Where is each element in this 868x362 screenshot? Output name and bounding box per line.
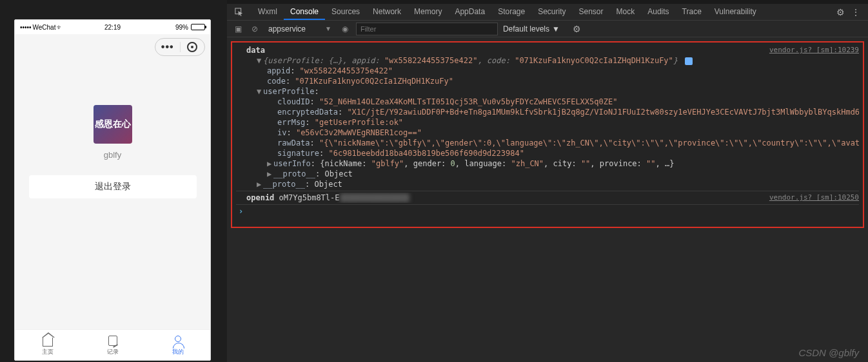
battery-percent: 99% xyxy=(175,24,188,31)
chevron-down-icon: ▼ xyxy=(325,25,331,32)
tab-mine[interactable]: 我的 xyxy=(145,330,210,360)
tab-storage[interactable]: Storage xyxy=(491,5,531,20)
menu-dots-icon[interactable]: ••• xyxy=(155,41,180,53)
page-content: 感恩在心 gblfy 退出登录 xyxy=(15,34,210,329)
tab-record[interactable]: 记录 xyxy=(80,330,145,360)
tab-sources[interactable]: Sources xyxy=(325,5,366,20)
console-toolbar: ▣ ⊘ appservice▼ ◉ Default levels ▼ ⚙ xyxy=(227,21,868,37)
clear-console-icon[interactable]: ⊘ xyxy=(249,23,261,35)
signal-dots: ••••• xyxy=(20,24,32,31)
person-icon xyxy=(172,334,184,347)
source-link[interactable]: vendor.js? [sm]:10239 xyxy=(769,45,859,55)
tab-sensor[interactable]: Sensor xyxy=(573,5,610,20)
home-icon xyxy=(41,334,54,347)
watermark: CSDN @gblfy xyxy=(798,347,859,358)
tab-memory[interactable]: Memory xyxy=(408,5,448,20)
tab-console[interactable]: Console xyxy=(284,5,325,20)
tab-network[interactable]: Network xyxy=(366,5,408,20)
battery-icon xyxy=(191,24,205,30)
settings-gear-icon[interactable]: ⚙ xyxy=(834,7,847,17)
tab-wxml[interactable]: Wxml xyxy=(252,5,284,20)
chevron-down-icon: ▼ xyxy=(552,24,560,33)
capsule-menu[interactable]: ••• xyxy=(155,38,205,56)
logout-button[interactable]: 退出登录 xyxy=(29,175,197,198)
tab-vulnerability[interactable]: Vulnerability xyxy=(708,5,763,20)
carrier-label: WeChat xyxy=(33,24,56,31)
inspect-icon[interactable] xyxy=(232,5,246,19)
source-link[interactable]: vendor.js? [sm]:10250 xyxy=(769,193,859,203)
log-levels-selector[interactable]: Default levels ▼ xyxy=(503,24,560,33)
tab-appdata[interactable]: AppData xyxy=(448,5,491,20)
devtools-panel: WxmlConsoleSourcesNetworkMemoryAppDataSt… xyxy=(227,0,868,362)
status-bar: ••••• WeChat ᯤ 22:19 99% xyxy=(15,20,210,34)
clock: 22:19 xyxy=(104,24,121,31)
phone-simulator: ••••• WeChat ᯤ 22:19 99% ••• 感恩在心 gblfy … xyxy=(14,19,211,361)
context-selector[interactable]: appservice▼ xyxy=(266,24,334,33)
live-expression-icon[interactable]: ◉ xyxy=(339,23,351,35)
tab-trace[interactable]: Trace xyxy=(676,5,708,20)
devtools-tabs: WxmlConsoleSourcesNetworkMemoryAppDataSt… xyxy=(252,5,763,20)
console-settings-icon[interactable]: ⚙ xyxy=(570,24,584,34)
more-menu-icon[interactable]: ⋮ xyxy=(849,7,863,17)
devtools-tabs-row: WxmlConsoleSourcesNetworkMemoryAppDataSt… xyxy=(227,4,868,21)
close-target-icon[interactable] xyxy=(181,42,205,52)
avatar[interactable]: 感恩在心 xyxy=(94,105,132,144)
filter-input[interactable] xyxy=(356,23,498,35)
wifi-icon: ᯤ xyxy=(57,24,63,31)
console-output-wrap: data vendor.js? [sm]:10239 ▼{userProfile… xyxy=(227,37,868,362)
tab-bar: 主页 记录 我的 xyxy=(15,329,210,360)
note-icon xyxy=(106,334,119,347)
tab-security[interactable]: Security xyxy=(531,5,572,20)
tab-audits[interactable]: Audits xyxy=(641,5,675,20)
tab-mock[interactable]: Mock xyxy=(610,5,642,20)
console-prompt[interactable]: › xyxy=(236,207,243,216)
toggle-sidebar-icon[interactable]: ▣ xyxy=(232,23,244,35)
console-output[interactable]: data vendor.js? [sm]:10239 ▼{userProfile… xyxy=(231,41,864,228)
username-label: gblfy xyxy=(104,150,121,160)
copy-icon[interactable] xyxy=(685,57,693,65)
tab-home[interactable]: 主页 xyxy=(15,330,80,360)
